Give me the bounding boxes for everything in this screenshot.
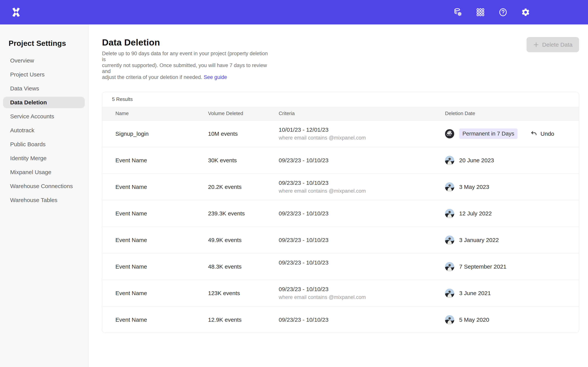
criteria-cell: 09/23/23 - 10/10/23 where email contains…: [279, 180, 445, 194]
status-badge: Permanent in 7 Days: [459, 128, 518, 139]
avatar-photo: [445, 262, 454, 271]
deletion-date-cell: 20 June 2023: [445, 156, 571, 165]
avatar-photo: [445, 315, 454, 324]
sidebar-item-public-boards[interactable]: Public Boards: [3, 139, 85, 150]
deletion-date: 20 June 2023: [459, 157, 494, 164]
criteria-cell: 10/01/23 - 12/01/23 where email contains…: [279, 126, 445, 141]
volume-cell: 30K events: [208, 157, 279, 164]
table-row: Event Name 49.9K events 09/23/23 - 10/10…: [102, 226, 579, 253]
avatar: [445, 262, 454, 271]
event-name-cell: Event Name: [115, 290, 208, 296]
sidebar-item-label: Service Accounts: [10, 113, 54, 120]
avatar-photo: [445, 235, 454, 245]
main-content: Data Deletion Delete up to 90 days data …: [89, 25, 588, 367]
criteria-filter: where email contains @mixpanel.com: [279, 188, 445, 194]
volume-cell: 20.2K events: [208, 184, 279, 190]
event-name-cell: Event Name: [115, 317, 208, 323]
sidebar-item-label: Overview: [10, 57, 34, 64]
column-header-criteria: Criteria: [279, 110, 445, 117]
description-line: currently not supported). Once submitted…: [102, 63, 270, 74]
settings-icon: [521, 8, 530, 17]
criteria-filter: where email contains @mixpanel.com: [279, 135, 445, 141]
deletion-date-cell: 3 June 2021: [445, 289, 571, 298]
criteria-filter: where email contains @mixpanel.com: [279, 294, 445, 300]
sidebar-item-data-deletion[interactable]: Data Deletion: [3, 97, 85, 108]
avatar-photo: [445, 156, 454, 165]
deletion-date-cell: 3 May 2023: [445, 182, 571, 192]
sidebar-item-warehouse-connections[interactable]: Warehouse Connections: [3, 180, 85, 192]
avatar: [445, 182, 454, 192]
table-row: Event Name 20.2K events 09/23/23 - 10/10…: [102, 173, 579, 200]
plus-icon: [533, 42, 539, 48]
criteria-range: 09/23/23 - 10/10/23: [279, 157, 445, 164]
table-row: Signup_login 10M events 10/01/23 - 12/01…: [102, 120, 579, 147]
description-line: adjust the criteria of your deletion if …: [102, 74, 270, 80]
avatar: [445, 129, 454, 138]
event-name-cell: Event Name: [115, 237, 208, 243]
criteria-cell: 09/23/23 - 10/10/23: [279, 237, 445, 243]
volume-cell: 12.9K events: [208, 317, 279, 323]
column-header-volume-deleted: Volume Deleted: [208, 110, 279, 117]
project-settings-sidebar: Project Settings Overview Project Users …: [0, 25, 89, 367]
mixpanel-logo[interactable]: [11, 7, 21, 17]
avatar-illustration: [445, 129, 454, 138]
deletion-results-card: 5 Results Name Volume Deleted Criteria D…: [102, 92, 579, 333]
delete-data-label: Delete Data: [542, 42, 572, 48]
delete-data-button[interactable]: Delete Data: [527, 37, 579, 52]
volume-cell: 49.9K events: [208, 237, 279, 243]
deletion-date-cell: 12 July 2022: [445, 209, 571, 218]
avatar: [445, 289, 454, 298]
event-name-cell: Signup_login: [115, 131, 208, 137]
criteria-range: 09/23/23 - 10/10/23: [279, 259, 445, 266]
avatar-photo: [445, 182, 454, 192]
help-button[interactable]: [498, 7, 508, 17]
page-title: Data Deletion: [102, 37, 579, 48]
undo-label: Undo: [541, 131, 554, 137]
deletion-date: 7 September 2021: [459, 263, 506, 270]
undo-button[interactable]: Undo: [530, 130, 554, 137]
sidebar-item-label: Public Boards: [10, 141, 45, 148]
settings-button[interactable]: [521, 7, 531, 17]
page-header: Data Deletion Delete up to 90 days data …: [102, 37, 579, 80]
table-header-row: Name Volume Deleted Criteria Deletion Da…: [102, 107, 579, 120]
data-management-icon: [453, 8, 462, 17]
table-row: Event Name 12.9K events 09/23/23 - 10/10…: [102, 306, 579, 333]
deletion-date-cell: Permanent in 7 Days Undo: [445, 128, 571, 139]
event-name-cell: Event Name: [115, 157, 208, 164]
see-guide-link[interactable]: See guide: [204, 74, 227, 80]
undo-icon: [530, 130, 537, 137]
sidebar-item-label: Identity Merge: [10, 155, 46, 161]
criteria-cell: 09/23/23 - 10/10/23: [279, 210, 445, 217]
deletion-date: 3 May 2023: [459, 184, 489, 190]
deletion-date-cell: 7 September 2021: [445, 262, 571, 271]
sidebar-title: Project Settings: [0, 39, 89, 48]
sidebar-item-overview[interactable]: Overview: [3, 55, 85, 66]
criteria-cell: 09/23/23 - 10/10/23: [279, 317, 445, 323]
sidebar-item-project-users[interactable]: Project Users: [3, 69, 85, 80]
deletion-date-cell: 5 May 2020: [445, 315, 571, 324]
column-header-deletion-date: Deletion Date: [445, 110, 571, 117]
event-name-cell: Event Name: [115, 184, 208, 190]
sidebar-item-service-accounts[interactable]: Service Accounts: [3, 111, 85, 122]
sidebar-item-label: Project Users: [10, 71, 45, 78]
sidebar-item-label: Mixpanel Usage: [10, 169, 51, 175]
apps-grid-button[interactable]: [476, 7, 485, 17]
help-icon: [498, 8, 508, 17]
sidebar-item-label: Warehouse Tables: [10, 197, 57, 203]
sidebar-item-identity-merge[interactable]: Identity Merge: [3, 152, 85, 164]
avatar-photo: [445, 209, 454, 218]
deletion-date-cell: 3 January 2022: [445, 235, 571, 245]
page-description: Delete up to 90 days data for any event …: [102, 51, 270, 80]
sidebar-item-autotrack[interactable]: Autotrack: [3, 125, 85, 136]
sidebar-item-warehouse-tables[interactable]: Warehouse Tables: [3, 194, 85, 206]
sidebar-item-mixpanel-usage[interactable]: Mixpanel Usage: [3, 167, 85, 178]
table-row: Event Name 239.3K events 09/23/23 - 10/1…: [102, 200, 579, 226]
table-row: Event Name 48.3K events 09/23/23 - 10/10…: [102, 253, 579, 280]
sidebar-item-data-views[interactable]: Data Views: [3, 83, 85, 94]
avatar-photo: [445, 289, 454, 298]
data-management-button[interactable]: [453, 7, 463, 17]
criteria-range: 09/23/23 - 10/10/23: [279, 210, 445, 217]
criteria-range: 10/01/23 - 12/01/23: [279, 126, 445, 133]
sidebar-item-label: Warehouse Connections: [10, 183, 73, 189]
avatar: [445, 209, 454, 218]
